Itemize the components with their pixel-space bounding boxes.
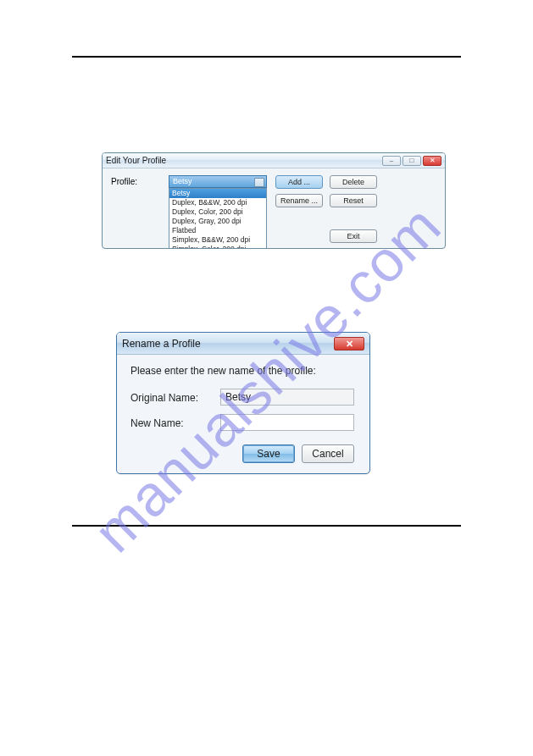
- list-item[interactable]: Duplex, B&&W, 200 dpi: [169, 198, 266, 207]
- edit-profile-dialog: Edit Your Profile – □ ✕ Profile: Betsy B…: [102, 152, 446, 249]
- rename-profile-title: Rename a Profile: [122, 338, 201, 350]
- list-item[interactable]: Simplex, Color, 200 dpi: [169, 245, 266, 249]
- new-name-label: New Name:: [130, 417, 184, 429]
- rename-profile-dialog: Rename a Profile ✕ Please enter the new …: [116, 332, 370, 474]
- list-item[interactable]: Duplex, Color, 200 dpi: [169, 207, 266, 217]
- divider-top: [72, 56, 461, 58]
- minimize-button[interactable]: –: [382, 156, 401, 166]
- original-name-label: Original Name:: [130, 392, 198, 404]
- rename-button[interactable]: Rename ...: [275, 194, 323, 207]
- add-button[interactable]: Add ...: [275, 175, 323, 189]
- profile-combobox[interactable]: Betsy: [169, 175, 267, 188]
- list-item[interactable]: Betsy: [169, 189, 266, 198]
- edit-profile-titlebar: Edit Your Profile – □ ✕: [103, 153, 445, 168]
- close-button[interactable]: ✕: [334, 337, 364, 350]
- delete-button[interactable]: Delete: [330, 175, 377, 189]
- list-item[interactable]: Flatbed: [169, 226, 266, 235]
- reset-button[interactable]: Reset: [330, 194, 377, 207]
- save-button[interactable]: Save: [242, 444, 295, 463]
- profile-dropdown-list[interactable]: Betsy Duplex, B&&W, 200 dpi Duplex, Colo…: [169, 188, 267, 249]
- list-item[interactable]: Simplex, B&&W, 200 dpi: [169, 235, 266, 245]
- close-button[interactable]: ✕: [423, 156, 441, 166]
- edit-profile-title: Edit Your Profile: [106, 156, 166, 165]
- original-name-field: Betsy: [220, 389, 354, 406]
- new-name-input[interactable]: [220, 414, 354, 431]
- cancel-button[interactable]: Cancel: [302, 444, 354, 463]
- profile-combobox-value: Betsy: [173, 177, 192, 185]
- rename-prompt: Please enter the new name of the profile…: [130, 365, 316, 377]
- maximize-button[interactable]: □: [403, 156, 421, 166]
- divider-bottom: [72, 525, 461, 527]
- profile-label: Profile:: [111, 177, 137, 186]
- exit-button[interactable]: Exit: [330, 229, 377, 243]
- list-item[interactable]: Duplex, Gray, 200 dpi: [169, 217, 266, 226]
- rename-profile-titlebar: Rename a Profile ✕: [117, 333, 369, 355]
